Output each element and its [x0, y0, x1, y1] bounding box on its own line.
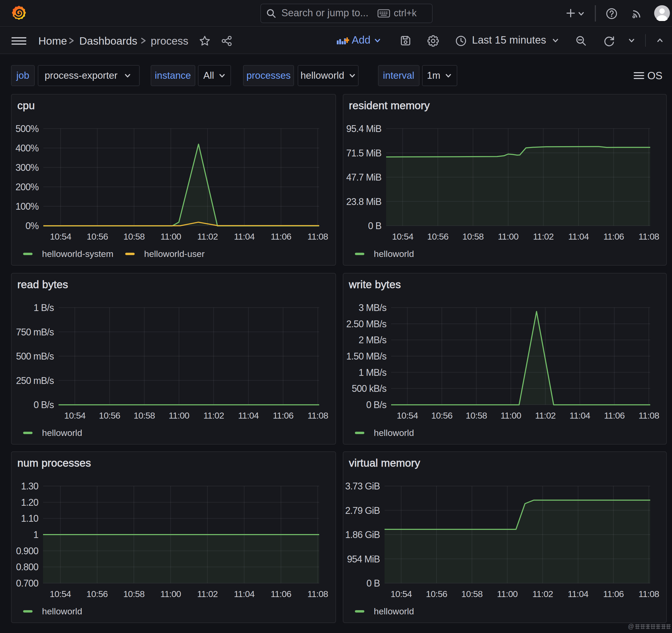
svg-text:71.5 MiB: 71.5 MiB	[346, 148, 381, 159]
svg-text:11:04: 11:04	[234, 589, 255, 599]
svg-text:1.86 GiB: 1.86 GiB	[345, 529, 380, 540]
svg-text:100%: 100%	[16, 201, 39, 212]
svg-text:10:54: 10:54	[50, 589, 71, 599]
svg-text:helloworld: helloworld	[42, 606, 82, 616]
svg-text:11:04: 11:04	[234, 232, 255, 241]
svg-text:11:06: 11:06	[271, 232, 291, 241]
svg-text:11:02: 11:02	[533, 232, 553, 241]
svg-text:300%: 300%	[16, 162, 39, 173]
svg-text:11:00: 11:00	[160, 232, 181, 241]
svg-text:10:58: 10:58	[123, 232, 145, 241]
svg-text:helloworld-user: helloworld-user	[144, 249, 205, 259]
svg-text:helloworld: helloworld	[374, 249, 414, 259]
svg-text:11:06: 11:06	[273, 410, 293, 420]
svg-text:10:56: 10:56	[426, 589, 447, 599]
svg-text:0.900: 0.900	[16, 545, 38, 556]
svg-text:0.800: 0.800	[16, 561, 38, 572]
svg-text:1.50 MB/s: 1.50 MB/s	[346, 350, 386, 361]
svg-text:11:00: 11:00	[500, 410, 521, 420]
svg-text:@: @	[628, 623, 634, 630]
svg-text:2.50 MB/s: 2.50 MB/s	[346, 318, 386, 329]
svg-text:47.7 MiB: 47.7 MiB	[346, 172, 381, 182]
svg-text:10:56: 10:56	[87, 232, 108, 241]
svg-text:11:02: 11:02	[197, 589, 218, 599]
svg-text:10:54: 10:54	[64, 410, 86, 420]
svg-text:1.20: 1.20	[21, 497, 38, 508]
svg-text:10:58: 10:58	[462, 232, 483, 241]
svg-text:1 MB/s: 1 MB/s	[358, 367, 386, 378]
svg-text:0.700: 0.700	[16, 578, 38, 588]
svg-text:500 kB/s: 500 kB/s	[352, 383, 386, 394]
svg-text:11:02: 11:02	[532, 589, 553, 599]
svg-text:11:06: 11:06	[603, 589, 624, 599]
svg-text:0%: 0%	[25, 220, 39, 231]
svg-text:3.73 GiB: 3.73 GiB	[345, 481, 380, 491]
svg-text:0 B/s: 0 B/s	[33, 399, 54, 410]
svg-text:2.79 GiB: 2.79 GiB	[345, 505, 380, 516]
svg-text:11:08: 11:08	[638, 232, 659, 241]
svg-text:750 mB/s: 750 mB/s	[16, 326, 54, 337]
svg-text:11:08: 11:08	[307, 232, 328, 241]
svg-text:helloworld: helloworld	[42, 428, 82, 437]
svg-text:11:04: 11:04	[568, 232, 589, 241]
svg-text:10:54: 10:54	[390, 589, 412, 599]
svg-text:2 MB/s: 2 MB/s	[358, 334, 386, 345]
svg-text:10:54: 10:54	[397, 410, 418, 420]
svg-text:11:02: 11:02	[203, 410, 224, 420]
svg-text:1 B/s: 1 B/s	[33, 302, 54, 313]
svg-text:250 mB/s: 250 mB/s	[16, 375, 54, 386]
svg-text:11:02: 11:02	[197, 232, 218, 241]
svg-text:11:08: 11:08	[638, 410, 659, 420]
svg-text:10:56: 10:56	[86, 589, 107, 599]
svg-text:11:02: 11:02	[535, 410, 555, 420]
svg-text:10:58: 10:58	[465, 410, 487, 420]
svg-text:954 MiB: 954 MiB	[347, 554, 380, 564]
svg-text:helloworld: helloworld	[374, 606, 414, 616]
svg-text:11:00: 11:00	[169, 410, 190, 420]
svg-text:11:06: 11:06	[271, 589, 291, 599]
svg-text:10:54: 10:54	[50, 232, 71, 241]
svg-text:0 B: 0 B	[366, 578, 380, 588]
svg-text:11:04: 11:04	[568, 589, 588, 599]
svg-text:helloworld: helloworld	[374, 428, 414, 437]
svg-text:95.4 MiB: 95.4 MiB	[346, 123, 381, 134]
svg-text:10:56: 10:56	[99, 410, 120, 420]
svg-text:11:08: 11:08	[307, 589, 328, 599]
svg-text:10:58: 10:58	[134, 410, 155, 420]
svg-text:helloworld-system: helloworld-system	[42, 249, 113, 259]
svg-text:11:08: 11:08	[307, 410, 328, 420]
svg-text:11:00: 11:00	[497, 589, 518, 599]
svg-text:10:54: 10:54	[392, 232, 413, 241]
svg-text:23.8 MiB: 23.8 MiB	[346, 196, 381, 207]
svg-text:11:06: 11:06	[603, 232, 624, 241]
svg-text:1.10: 1.10	[21, 513, 38, 524]
svg-text:400%: 400%	[16, 143, 39, 153]
svg-text:10:56: 10:56	[431, 410, 452, 420]
svg-text:11:06: 11:06	[604, 410, 624, 420]
svg-text:11:04: 11:04	[569, 410, 590, 420]
svg-text:0 B: 0 B	[368, 220, 381, 231]
svg-text:1.30: 1.30	[21, 481, 38, 491]
svg-text:11:04: 11:04	[238, 410, 259, 420]
svg-text:1: 1	[33, 529, 38, 540]
svg-text:500%: 500%	[16, 123, 39, 134]
svg-text:500 mB/s: 500 mB/s	[16, 350, 54, 361]
svg-text:11:00: 11:00	[498, 232, 519, 241]
svg-text:11:08: 11:08	[638, 589, 659, 599]
svg-text:200%: 200%	[16, 181, 39, 192]
svg-text:11:00: 11:00	[160, 589, 181, 599]
svg-text:10:58: 10:58	[461, 589, 482, 599]
svg-text:0 B/s: 0 B/s	[366, 399, 386, 410]
svg-text:10:58: 10:58	[123, 589, 144, 599]
svg-text:10:56: 10:56	[427, 232, 448, 241]
svg-text:3 MB/s: 3 MB/s	[358, 302, 386, 313]
